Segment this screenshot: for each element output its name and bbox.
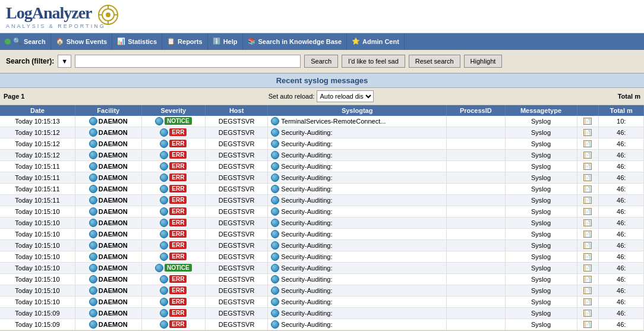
table-row[interactable]: Today 10:15:10DAEMONERRDEGSTSVRSecurity-…: [0, 206, 644, 217]
facility-label: DAEMON: [99, 310, 128, 317]
cell-msgid: 46:: [599, 149, 644, 160]
cell-msg-icon: 📄: [577, 127, 599, 138]
severity-icon: [160, 140, 168, 148]
table-row[interactable]: Today 10:15:10DAEMONERRDEGSTSVRSecurity-…: [0, 251, 644, 262]
col-severity: Severity: [141, 105, 205, 116]
search-filter-label: Search (filter):: [6, 57, 54, 65]
nav-knowledge-base[interactable]: 📚 Search in Knowledge Base: [243, 33, 348, 50]
cell-msg-icon: 📄: [577, 149, 599, 160]
cell-processid: [447, 206, 505, 217]
globe-icon: [89, 253, 97, 261]
cell-msgid: 46:: [599, 273, 644, 285]
table-row[interactable]: Today 10:15:10DAEMONERRDEGSTSVRSecurity-…: [0, 239, 644, 251]
syslogtag-text: Security-Auditing:: [281, 310, 332, 317]
globe-icon: [89, 162, 97, 171]
nav-admin-center[interactable]: ⭐ Admin Cent: [347, 33, 405, 50]
syslogtag-text: Security-Auditing:: [281, 219, 332, 226]
message-icon: 📄: [583, 264, 592, 272]
cell-severity: ERR: [141, 206, 205, 217]
table-row[interactable]: Today 10:15:12DAEMONERRDEGSTSVRSecurity-…: [0, 127, 644, 138]
table-row[interactable]: Today 10:15:09DAEMONERRDEGSTSVRSecurity-…: [0, 307, 644, 319]
cell-msgid: 46:: [599, 307, 644, 319]
globe-icon: [89, 309, 97, 317]
cell-host: DEGSTSVR: [205, 273, 267, 285]
cell-date: Today 10:15:10: [0, 262, 75, 273]
syslogtag-icon: [271, 117, 279, 125]
table-row[interactable]: Today 10:15:10DAEMONERRDEGSTSVRSecurity-…: [0, 228, 644, 239]
table-row[interactable]: Today 10:15:11DAEMONERRDEGSTSVRSecurity-…: [0, 160, 644, 172]
table-row[interactable]: Today 10:15:11DAEMONERRDEGSTSVRSecurity-…: [0, 183, 644, 194]
cell-msg-icon: 📄: [577, 172, 599, 183]
facility-label: DAEMON: [99, 185, 128, 193]
table-row[interactable]: Today 10:15:10DAEMONERRDEGSTSVRSecurity-…: [0, 296, 644, 307]
syslogtag-text: Security-Auditing:: [281, 163, 332, 170]
cell-msgid: 10:: [599, 116, 644, 127]
total-info: Total m: [618, 93, 640, 100]
table-row[interactable]: Today 10:15:12DAEMONERRDEGSTSVRSecurity-…: [0, 138, 644, 149]
cell-severity: ERR: [141, 194, 205, 206]
nav-help[interactable]: ℹ️ Help: [208, 33, 243, 50]
cell-syslogtag: Security-Auditing:: [268, 194, 447, 206]
nav-show-events[interactable]: 🏠 Show Events: [51, 33, 112, 50]
table-row[interactable]: Today 10:15:10DAEMONNOTICEDEGSTSVRSecuri…: [0, 262, 644, 273]
facility-label: DAEMON: [99, 321, 128, 328]
severity-icon: [160, 286, 168, 295]
search-input[interactable]: [75, 55, 301, 68]
nav-reports[interactable]: 📋 Reports: [162, 33, 208, 50]
feel-sad-button[interactable]: I'd like to feel sad: [342, 55, 405, 68]
search-icon: 🔍: [13, 37, 21, 45]
cell-host: DEGSTSVR: [205, 183, 267, 194]
cell-facility: DAEMON: [75, 138, 141, 149]
cell-host: DEGSTSVR: [205, 172, 267, 183]
severity-icon: [160, 151, 168, 159]
table-row[interactable]: Today 10:15:11DAEMONERRDEGSTSVRSecurity-…: [0, 194, 644, 206]
table-row[interactable]: Today 10:15:12DAEMONERRDEGSTSVRSecurity-…: [0, 149, 644, 160]
nav-search[interactable]: 🔍 Search: [0, 33, 51, 50]
syslogtag-text: Security-Auditing:: [281, 298, 332, 305]
message-icon: 📄: [583, 197, 592, 204]
facility-label: DAEMON: [99, 152, 128, 159]
cell-host: DEGSTSVR: [205, 228, 267, 239]
cell-processid: [447, 149, 505, 160]
table-row[interactable]: Today 10:15:10DAEMONERRDEGSTSVRSecurity-…: [0, 285, 644, 296]
syslogtag-icon: [271, 128, 279, 137]
cell-messagetype: Syslog: [505, 194, 577, 206]
cell-host: DEGSTSVR: [205, 127, 267, 138]
severity-icon: [160, 196, 168, 204]
cell-messagetype: Syslog: [505, 262, 577, 273]
table-row[interactable]: Today 10:15:09DAEMONERRDEGSTSVRSecurity-…: [0, 319, 644, 330]
nav-statistics[interactable]: 📊 Statistics: [112, 33, 162, 50]
table-row[interactable]: Today 10:15:13DAEMONNOTICEDEGSTSVRTermin…: [0, 116, 644, 127]
globe-icon: [89, 298, 97, 306]
facility-label: DAEMON: [99, 197, 128, 204]
cell-date: Today 10:15:10: [0, 206, 75, 217]
cell-severity: ERR: [141, 217, 205, 228]
table-row[interactable]: Today 10:15:10DAEMONERRDEGSTSVRSecurity-…: [0, 273, 644, 285]
cell-msg-icon: 📄: [577, 285, 599, 296]
cell-date: Today 10:15:12: [0, 127, 75, 138]
severity-icon: [160, 207, 168, 216]
severity-icon: [160, 275, 168, 283]
globe-icon: [89, 241, 97, 250]
reset-search-button[interactable]: Reset search: [409, 55, 460, 68]
table-row[interactable]: Today 10:15:11DAEMONERRDEGSTSVRSecurity-…: [0, 172, 644, 183]
col-facility: Facility: [75, 105, 141, 116]
highlight-button[interactable]: Highlight: [464, 55, 503, 68]
star-icon: ⭐: [352, 37, 360, 45]
table-row[interactable]: Today 10:15:10DAEMONERRDEGSTSVRSecurity-…: [0, 217, 644, 228]
search-button[interactable]: Search: [304, 55, 338, 68]
search-dropdown-button[interactable]: ▼: [58, 55, 71, 68]
message-icon: 📄: [583, 253, 592, 260]
col-icon: [577, 105, 599, 116]
cell-facility: DAEMON: [75, 285, 141, 296]
cell-facility: DAEMON: [75, 183, 141, 194]
cell-date: Today 10:15:10: [0, 285, 75, 296]
message-icon: 📄: [583, 140, 592, 147]
log-table-body: Today 10:15:13DAEMONNOTICEDEGSTSVRTermin…: [0, 116, 644, 330]
auto-reload-select[interactable]: Auto reload dis: [317, 90, 374, 102]
facility-label: DAEMON: [99, 242, 128, 249]
cell-messagetype: Syslog: [505, 149, 577, 160]
severity-icon: [160, 185, 168, 193]
cell-severity: ERR: [141, 149, 205, 160]
nav-knowledge-base-label: Search in Knowledge Base: [258, 38, 342, 45]
